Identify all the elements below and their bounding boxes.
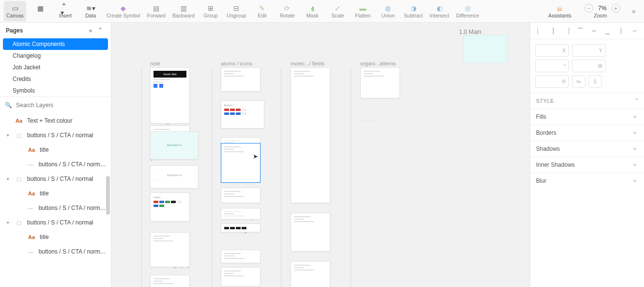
inspector-section-blur[interactable]: Blur＋ [530, 173, 644, 189]
layers-scrollbar[interactable] [105, 157, 111, 287]
align-bottom-icon[interactable]: ▁ [603, 27, 612, 35]
artboard[interactable]: Buttons / [221, 100, 264, 128]
align-center-h-icon[interactable]: ┃ [549, 27, 557, 35]
artboard[interactable] [221, 208, 261, 220]
align-center-v-icon[interactable]: ━ [589, 27, 598, 35]
layer-search-input[interactable] [16, 102, 106, 109]
toolbar-overflow-button[interactable]: » [628, 7, 640, 15]
artboard[interactable] [150, 232, 190, 267]
layer-row[interactable]: AaText + Text colour [0, 113, 111, 128]
w-field[interactable]: W [572, 60, 606, 72]
layer-row[interactable]: ▾▢buttons / S / CTA / normal [0, 215, 111, 230]
forward-tool[interactable]: ▤ Forward [145, 1, 168, 21]
w-label: W [598, 64, 602, 69]
disclosure-icon[interactable]: ▾ [5, 176, 11, 181]
zoom-out-button[interactable]: − [584, 4, 593, 13]
difference-tool[interactable]: ◎ Difference [454, 1, 481, 21]
page-item[interactable]: Changelog [0, 50, 111, 62]
insert-tool[interactable]: ＋▾ Insert [54, 1, 77, 21]
page-item[interactable]: Job Jacket [0, 62, 111, 73]
scrollbar-thumb[interactable] [106, 176, 110, 215]
artboard[interactable] [360, 67, 400, 98]
page-item[interactable]: Symbols [0, 85, 111, 96]
distribute-v-icon[interactable]: ┅ [630, 27, 639, 35]
align-left-icon[interactable]: ▏ [535, 27, 544, 35]
artboard[interactable] [221, 267, 261, 287]
mask-tool[interactable]: ◖ Mask [301, 1, 323, 21]
artboard[interactable] [360, 114, 375, 121]
artboard[interactable] [221, 67, 261, 92]
overview-thumbnail[interactable] [463, 35, 507, 63]
data-tool[interactable]: ≋▾ Data [79, 1, 102, 21]
layer-row[interactable]: ▾▢buttons / S / CTA / normal [0, 172, 111, 186]
inspector-section-inner shadows[interactable]: Inner Shadows＋ [530, 157, 644, 173]
zoom-in-button[interactable]: + [612, 4, 620, 13]
layer-row[interactable]: Aatitle [0, 230, 111, 244]
x-field[interactable]: X [535, 44, 569, 57]
add-section-button[interactable]: ＋ [631, 160, 638, 169]
artboard[interactable]: · · · · · · · ·App layout v2· · · · · · … [150, 165, 199, 189]
inspector-section-shadows[interactable]: Shadows＋ [530, 141, 644, 157]
align-top-icon[interactable]: ▔ [576, 27, 584, 35]
add-section-button[interactable]: ＋ [631, 176, 638, 185]
zoom-tool[interactable]: − 7% + Zoom [576, 1, 625, 21]
flip-v-button[interactable]: ⥮ [588, 75, 602, 88]
scale-tool[interactable]: ⤢ Scale [326, 1, 349, 21]
inspector-section-fills[interactable]: Fills＋ [530, 109, 644, 125]
artboard[interactable] [221, 143, 261, 183]
disclosure-icon[interactable]: ▾ [5, 220, 11, 225]
style-header[interactable]: STYLE ˅ [530, 93, 644, 109]
inspector-section-borders[interactable]: Borders＋ [530, 125, 644, 141]
artboard[interactable]: App layout v1 [150, 131, 199, 159]
rotate-tool[interactable]: ⟳ Rotate [276, 1, 298, 21]
subtract-tool[interactable]: ◑ Subtract [402, 1, 425, 21]
angle-field[interactable]: ° [535, 60, 569, 72]
intersect-tool[interactable]: ◐ Intersect [428, 1, 451, 21]
create-symbol-tool[interactable]: ◆ Create Symbol [105, 1, 142, 21]
stack-icon: ≋▾ [86, 4, 95, 13]
add-section-button[interactable]: ＋ [631, 144, 638, 153]
layer-row[interactable]: —buttons / S / CTA / normal... [0, 244, 111, 259]
h-field[interactable]: H [535, 75, 569, 88]
artboard[interactable] [221, 188, 261, 203]
artboard[interactable] [291, 67, 330, 203]
artboard[interactable] [291, 261, 330, 287]
column-title: molec.../ fields [291, 61, 324, 66]
collapse-pages-button[interactable]: ˄ [95, 27, 105, 34]
artboard[interactable] [221, 223, 261, 232]
flatten-tool[interactable]: ▬ Flatten [352, 1, 374, 21]
add-section-button[interactable]: ＋ [631, 128, 638, 137]
distribute-h-icon[interactable]: ┇ [616, 27, 625, 35]
union-tool[interactable]: ◍ Union [377, 1, 399, 21]
group-tool[interactable]: ⊞ Group [199, 1, 222, 21]
layer-row[interactable]: —buttons / S / CTA / normal... [0, 201, 111, 215]
artboard[interactable] [221, 250, 261, 263]
flip-h-button[interactable]: ⇋ [572, 75, 585, 88]
layer-row[interactable]: Aatitle [0, 143, 111, 157]
canvas-tool[interactable]: ▭ Canvas [4, 1, 26, 21]
align-right-icon[interactable]: ▕ [562, 27, 571, 35]
flatten-label: Flatten [355, 13, 370, 18]
layer-row[interactable]: —buttons / S / CTA / normal... [0, 157, 111, 172]
artboard[interactable] [150, 275, 190, 287]
ungroup-tool[interactable]: ⊟ Ungroup [225, 1, 248, 21]
y-field[interactable]: Y [572, 44, 606, 57]
add-section-button[interactable]: ＋ [631, 112, 638, 121]
artboard[interactable] [291, 213, 330, 252]
layer-row[interactable]: Aatitle [0, 186, 111, 201]
plus-icon: ＋▾ [61, 4, 70, 13]
artboard[interactable]: Colors [150, 192, 190, 222]
add-page-button[interactable]: ＋ [86, 27, 95, 35]
assistants-tool[interactable]: 🛎 Assistants [546, 1, 573, 21]
group-icon: ⊞ [206, 4, 215, 13]
page-item[interactable]: Atomic Components [3, 38, 108, 50]
canvas[interactable]: 1.0 Main notebase / gridsAtomic Webgridg… [111, 23, 530, 287]
components-tool[interactable]: ▦ . [29, 1, 51, 21]
layer-row[interactable]: ▾▢buttons / S / CTA / normal [0, 128, 111, 143]
backward-tool[interactable]: ▥ Backward [170, 1, 197, 21]
edit-tool[interactable]: ✎ Edit [251, 1, 273, 21]
disclosure-icon[interactable]: ▾ [5, 133, 11, 138]
page-item[interactable]: Credits [0, 73, 111, 85]
artboard[interactable]: Atomic Web [150, 67, 190, 124]
pages-header: Pages ＋ ˄ [0, 23, 111, 38]
